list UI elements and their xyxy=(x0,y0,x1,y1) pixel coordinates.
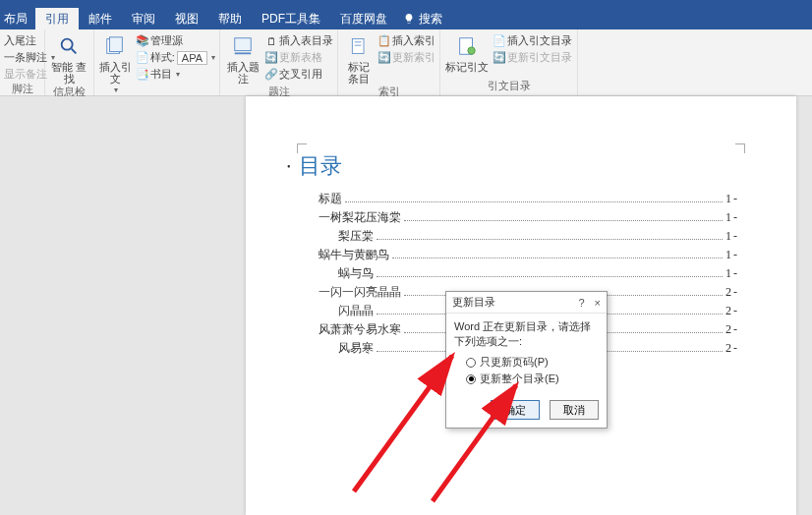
toc-page-number: 2 xyxy=(725,304,737,318)
insert-toa[interactable]: 📄插入引文目录 xyxy=(493,33,572,48)
group-authorities: 标记引文 📄插入引文目录 🔄更新引文目录 引文目录 xyxy=(440,29,578,95)
markcite-icon xyxy=(453,33,481,59)
search-label: 搜索 xyxy=(419,11,442,28)
mark-citation-button[interactable]: 标记引文 xyxy=(444,31,490,79)
toc-leader xyxy=(404,213,723,221)
insert-endnote[interactable]: 入尾注 xyxy=(4,33,40,48)
toc-entry-label: 梨压棠 xyxy=(305,228,374,245)
bulb-icon xyxy=(403,13,415,25)
group-label-authorities: 引文目录 xyxy=(444,79,573,95)
toc-entry-label: 蜗与鸟 xyxy=(305,265,374,282)
dialog-titlebar: 更新目录 ? × xyxy=(446,292,607,314)
toc-entry-label: 蜗牛与黄鹂鸟 xyxy=(305,247,389,263)
refresh-icon: 🔄 xyxy=(493,52,505,64)
caption-icon xyxy=(229,33,257,59)
dialog-help-button[interactable]: ? xyxy=(578,297,584,309)
group-captions: 插入题注 🗒插入表目录 🔄更新表格 🔗交叉引用 题注 xyxy=(220,29,338,95)
smart-lookup-button[interactable]: 智能 查找 xyxy=(49,31,88,85)
tab-references[interactable]: 引用 xyxy=(35,8,79,29)
update-index[interactable]: 🔄更新索引 xyxy=(378,50,435,65)
toc-row[interactable]: 蜗与鸟1 xyxy=(305,265,737,282)
list-icon: 🗒 xyxy=(265,35,277,47)
svg-rect-3 xyxy=(110,37,123,52)
bib-icon: 📑 xyxy=(137,69,148,81)
toa-icon: 📄 xyxy=(493,35,505,47)
style-icon: 📄 xyxy=(137,52,148,64)
insert-tof[interactable]: 🗒插入表目录 xyxy=(265,33,333,48)
ribbon: 入尾注 一条脚注▾ 显示备注 脚注 智能 查找 信息检索 插入引文▾ xyxy=(0,29,812,96)
toc-entry-label: 一闪一闪亮晶晶 xyxy=(305,284,401,301)
toc-page-number: 1 xyxy=(725,210,737,225)
insert-caption-button[interactable]: 插入题注 xyxy=(224,31,261,85)
toc-row[interactable]: 梨压棠1 xyxy=(305,228,737,245)
show-notes[interactable]: 显示备注 xyxy=(4,67,40,82)
toc-page-number: 1 xyxy=(725,229,737,244)
bibliography[interactable]: 📑书目▾ xyxy=(137,67,215,82)
refresh-icon: 🔄 xyxy=(265,52,277,64)
tab-layout[interactable]: 布局 xyxy=(0,8,35,29)
update-toa[interactable]: 🔄更新引文目录 xyxy=(493,50,572,65)
tab-mail[interactable]: 邮件 xyxy=(79,8,122,29)
toc-entry-label: 闪晶晶 xyxy=(305,303,374,319)
toc-page-number: 2 xyxy=(725,285,737,300)
index-icon xyxy=(345,33,373,59)
toc-page-number: 2 xyxy=(725,341,737,356)
crossref-icon: 🔗 xyxy=(265,69,277,81)
toc-page-number: 1 xyxy=(725,248,737,262)
svg-rect-6 xyxy=(352,39,364,54)
tab-baidu[interactable]: 百度网盘 xyxy=(330,8,397,29)
dialog-close-button[interactable]: × xyxy=(595,297,601,309)
toc-entry-label: 风萧萧兮易水寒 xyxy=(305,321,401,338)
update-table[interactable]: 🔄更新表格 xyxy=(265,50,333,65)
toc-page-number: 1 xyxy=(725,192,737,206)
toc-heading: 目录 xyxy=(299,151,737,181)
next-footnote[interactable]: 一条脚注▾ xyxy=(4,50,40,65)
search-box[interactable]: 搜索 xyxy=(397,11,448,28)
group-research: 智能 查找 信息检索 xyxy=(45,29,94,95)
toc-leader xyxy=(377,232,723,240)
book-icon: 📚 xyxy=(137,35,148,47)
toc-page-number: 2 xyxy=(725,322,737,337)
radio-update-page-numbers[interactable]: 只更新页码(P) xyxy=(466,355,599,370)
svg-line-1 xyxy=(72,49,77,54)
mark-entry-button[interactable]: 标记 条目 xyxy=(342,31,375,85)
svg-point-0 xyxy=(62,39,73,50)
tab-view[interactable]: 视图 xyxy=(165,8,208,29)
toc-row[interactable]: 蜗牛与黄鹂鸟1 xyxy=(305,247,737,263)
toc-entry-label: 一树梨花压海棠 xyxy=(305,209,401,226)
toc-leader xyxy=(392,251,723,258)
toc-page-number: 1 xyxy=(725,266,737,281)
toc-row[interactable]: 标题1 xyxy=(305,191,737,207)
group-footnotes: 入尾注 一条脚注▾ 显示备注 脚注 xyxy=(0,29,45,95)
titlebar xyxy=(0,0,812,8)
search-icon xyxy=(55,33,83,59)
insertindex-icon: 📋 xyxy=(378,35,390,47)
cancel-button[interactable]: 取消 xyxy=(550,400,599,420)
tab-help[interactable]: 帮助 xyxy=(208,8,252,29)
tab-review[interactable]: 审阅 xyxy=(122,8,165,29)
group-index: 标记 条目 📋插入索引 🔄更新索引 索引 xyxy=(338,29,440,95)
toc-row[interactable]: 一树梨花压海棠1 xyxy=(305,209,737,226)
ribbon-tabs: 布局 引用 邮件 审阅 视图 帮助 PDF工具集 百度网盘 搜索 xyxy=(0,8,812,29)
insert-citation-button[interactable]: 插入引文▾ xyxy=(98,31,133,96)
refresh-icon: 🔄 xyxy=(378,52,390,64)
annotation-arrow-2 xyxy=(423,373,551,511)
style-select[interactable]: 📄 样式: APA▾ xyxy=(137,50,215,65)
svg-point-10 xyxy=(468,47,475,54)
svg-line-12 xyxy=(433,385,516,501)
cross-reference[interactable]: 🔗交叉引用 xyxy=(265,67,333,82)
manage-sources[interactable]: 📚管理源 xyxy=(137,33,215,48)
svg-rect-4 xyxy=(235,38,252,51)
tab-pdf[interactable]: PDF工具集 xyxy=(252,8,330,29)
toc-entry-label: 标题 xyxy=(305,191,342,207)
group-citations: 插入引文▾ 📚管理源 📄 样式: APA▾ 📑书目▾ 引文与书目 xyxy=(94,29,220,95)
citation-icon xyxy=(101,33,129,59)
toc-leader xyxy=(345,195,723,202)
insert-index[interactable]: 📋插入索引 xyxy=(378,33,435,48)
dialog-title: 更新目录 xyxy=(452,295,495,310)
toc-leader xyxy=(377,269,723,277)
